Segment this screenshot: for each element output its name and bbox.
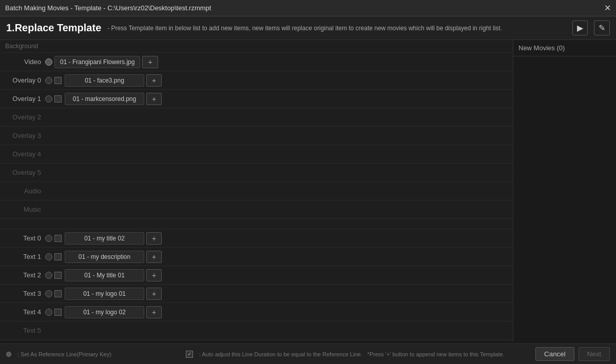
edit-button[interactable]: ✎ xyxy=(594,21,610,35)
table-row: Overlay 0 01 - face3.png + xyxy=(0,71,513,90)
table-row: Music xyxy=(0,200,513,219)
row-label-overlay2: Overlay 2 xyxy=(4,113,45,121)
close-button[interactable]: ✕ xyxy=(604,3,611,13)
main-layout: Background Video 01 - Frangipani Flowers… xyxy=(0,40,616,341)
radio-overlay1[interactable] xyxy=(45,95,52,103)
add-btn-text2[interactable]: + xyxy=(146,269,162,281)
item-box-text3[interactable]: 01 - my logo 01 xyxy=(65,288,144,300)
radio-text2[interactable] xyxy=(45,272,52,279)
item-box-video[interactable]: 01 - Frangipani Flowers.jpg xyxy=(54,56,140,68)
row-label-text0: Text 0 xyxy=(4,234,45,242)
table-row: Audio xyxy=(0,182,513,200)
checkbox-overlay0[interactable] xyxy=(54,77,62,84)
checkbox-text3[interactable] xyxy=(54,290,62,297)
radio-text4[interactable] xyxy=(45,309,52,316)
table-row: Text 1 01 - my description + xyxy=(0,248,513,266)
row-label-video: Video xyxy=(4,58,45,66)
row-label-overlay0: Overlay 0 xyxy=(4,76,45,84)
radio-text0[interactable] xyxy=(45,235,52,242)
add-btn-overlay1[interactable]: + xyxy=(146,93,162,105)
radio-text3[interactable] xyxy=(45,290,52,297)
right-panel: New Movies (0) xyxy=(513,40,616,341)
legend3-text: *Press '+' button to append new items to… xyxy=(367,351,531,357)
item-box-text4[interactable]: 01 - my logo 02 xyxy=(65,306,144,318)
window-title: Batch Making Movies - Template - C:\User… xyxy=(5,4,211,12)
section-background: Background xyxy=(0,40,513,53)
table-row: Overlay 5 xyxy=(0,164,513,182)
row-label-overlay4: Overlay 4 xyxy=(4,150,45,158)
item-box-overlay0[interactable]: 01 - face3.png xyxy=(65,74,144,87)
item-box-text0[interactable]: 01 - my title 02 xyxy=(65,232,144,245)
checkbox-text4[interactable] xyxy=(54,309,62,316)
row-label-music: Music xyxy=(4,206,45,213)
table-row: Video 01 - Frangipani Flowers.jpg + xyxy=(0,53,513,71)
radio-overlay0[interactable] xyxy=(45,77,52,84)
table-row: Overlay 4 xyxy=(0,145,513,164)
table-row: Text 4 01 - my logo 02 + xyxy=(0,303,513,321)
legend2-text: : Auto adjust this Line Duration to be e… xyxy=(199,351,363,357)
new-movies-header: New Movies (0) xyxy=(513,40,616,56)
row-label-text1: Text 1 xyxy=(4,253,45,260)
check-icon: ✓ xyxy=(186,351,193,358)
table-row: Overlay 2 xyxy=(0,108,513,127)
table-row: Overlay 1 01 - markcensored.png + xyxy=(0,90,513,108)
checkbox-text1[interactable] xyxy=(54,253,62,260)
cancel-button[interactable]: Cancel xyxy=(535,347,574,361)
item-box-text1[interactable]: 01 - my description xyxy=(65,251,144,263)
radio-video[interactable] xyxy=(45,58,52,66)
next-button[interactable]: Next xyxy=(579,347,610,361)
separator xyxy=(0,219,513,229)
table-row: Overlay 3 xyxy=(0,127,513,145)
play-button[interactable]: ▶ xyxy=(572,21,588,35)
table-row: Text 2 01 - My title 01 + xyxy=(0,266,513,285)
add-btn-text1[interactable]: + xyxy=(146,251,162,263)
item-box-text2[interactable]: 01 - My title 01 xyxy=(65,269,144,281)
add-btn-text3[interactable]: + xyxy=(146,288,162,300)
header-bar: 1.Replace Template - Press Template item… xyxy=(0,16,616,40)
table-row: Text 3 01 - my logo 01 + xyxy=(0,285,513,303)
reference-dot-icon xyxy=(6,352,11,357)
row-label-text5: Text 5 xyxy=(4,327,45,334)
table-row: Subtitle xyxy=(0,340,513,341)
step-label: 1.Replace Template xyxy=(6,22,101,34)
row-label-overlay5: Overlay 5 xyxy=(4,169,45,176)
row-label-text3: Text 3 xyxy=(4,290,45,297)
row-label-text4: Text 4 xyxy=(4,308,45,316)
checkbox-text0[interactable] xyxy=(54,235,62,242)
row-label-text2: Text 2 xyxy=(4,271,45,279)
left-panel: Background Video 01 - Frangipani Flowers… xyxy=(0,40,513,341)
add-btn-video[interactable]: + xyxy=(142,56,158,68)
add-btn-text0[interactable]: + xyxy=(146,232,162,245)
item-box-overlay1[interactable]: 01 - markcensored.png xyxy=(65,93,144,105)
radio-text1[interactable] xyxy=(45,253,52,260)
row-label-audio: Audio xyxy=(4,187,45,195)
checkbox-text2[interactable] xyxy=(54,272,62,279)
header-description: - Press Template item in below list to a… xyxy=(107,25,566,32)
table-row: Text 5 xyxy=(0,321,513,340)
checkbox-overlay1[interactable] xyxy=(54,95,62,103)
title-bar: Batch Making Movies - Template - C:\User… xyxy=(0,0,616,16)
row-label-overlay1: Overlay 1 xyxy=(4,95,45,103)
table-row: Text 0 01 - my title 02 + xyxy=(0,229,513,248)
add-btn-overlay0[interactable]: + xyxy=(146,74,162,87)
row-label-overlay3: Overlay 3 xyxy=(4,132,45,139)
add-btn-text4[interactable]: + xyxy=(146,306,162,318)
footer: : Set As Reference Line(Primary Key) ✓ :… xyxy=(0,343,616,364)
legend1-text: : Set As Reference Line(Primary Key) xyxy=(17,351,182,357)
